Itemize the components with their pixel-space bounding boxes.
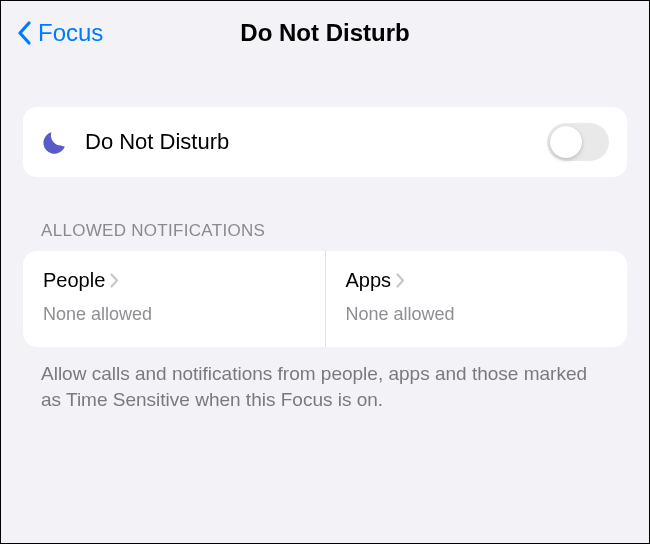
- apps-status: None allowed: [346, 304, 608, 325]
- header: Focus Do Not Disturb: [1, 1, 649, 59]
- apps-title-row: Apps: [346, 269, 608, 292]
- people-label: People: [43, 269, 105, 292]
- back-button[interactable]: Focus: [17, 19, 103, 47]
- apps-label: Apps: [346, 269, 392, 292]
- allowed-notifications-card: People None allowed Apps None allowed: [23, 251, 627, 347]
- people-title-row: People: [43, 269, 305, 292]
- page-title: Do Not Disturb: [240, 19, 409, 47]
- dnd-toggle[interactable]: [547, 123, 609, 161]
- allowed-notifications-header: Allowed Notifications: [41, 221, 627, 241]
- footer-description: Allow calls and notifications from peopl…: [41, 361, 609, 412]
- chevron-right-icon: [110, 273, 119, 288]
- chevron-right-icon: [396, 273, 405, 288]
- people-cell[interactable]: People None allowed: [23, 251, 326, 347]
- toggle-knob: [550, 126, 582, 158]
- dnd-row-left: Do Not Disturb: [41, 127, 229, 157]
- content: Do Not Disturb Allowed Notifications Peo…: [1, 59, 649, 412]
- people-status: None allowed: [43, 304, 305, 325]
- back-label: Focus: [38, 19, 103, 47]
- apps-cell[interactable]: Apps None allowed: [326, 251, 628, 347]
- chevron-left-icon: [17, 21, 32, 45]
- moon-icon: [41, 127, 71, 157]
- dnd-toggle-row: Do Not Disturb: [23, 107, 627, 177]
- dnd-label: Do Not Disturb: [85, 129, 229, 155]
